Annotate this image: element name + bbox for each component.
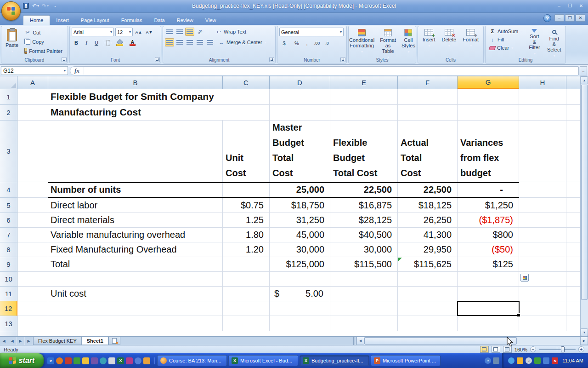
cell[interactable] xyxy=(330,287,398,301)
cell[interactable] xyxy=(566,198,580,213)
zoom-slider-thumb[interactable] xyxy=(561,346,565,352)
cell-E7[interactable]: $40,500 xyxy=(330,228,398,242)
tray-antivirus-icon[interactable]: N xyxy=(552,357,558,364)
cell-C5[interactable]: $0.75 xyxy=(223,198,270,213)
cell[interactable] xyxy=(223,272,270,287)
cell-D6[interactable]: 31,250 xyxy=(270,213,330,228)
find-select-button[interactable]: Find & Select▾ xyxy=(545,28,564,59)
col-header-E[interactable]: E xyxy=(330,76,398,89)
cell[interactable] xyxy=(519,121,566,182)
next-sheet-button[interactable]: ▶ xyxy=(17,337,25,345)
workbook-minimize-button[interactable]: – xyxy=(554,14,564,22)
cell-D8[interactable]: 30,000 xyxy=(270,242,330,257)
cell-D3[interactable]: Master Budget Total Cost xyxy=(270,121,330,182)
font-name-combo[interactable]: Arial▾ xyxy=(72,28,114,36)
cell-G6[interactable]: ($1,875) xyxy=(458,213,519,228)
cell[interactable] xyxy=(270,89,330,105)
cell-C7[interactable]: 1.80 xyxy=(223,228,270,242)
cell[interactable] xyxy=(519,105,566,121)
last-sheet-button[interactable]: ▶ xyxy=(25,337,33,345)
sheet-tab-sheet1[interactable]: Sheet1 xyxy=(82,337,108,345)
cell[interactable] xyxy=(566,287,580,301)
scroll-left-button[interactable]: ◀ xyxy=(356,337,364,345)
row-header-5[interactable]: 5 xyxy=(0,198,17,213)
underline-button[interactable]: U xyxy=(92,39,101,47)
col-header-F[interactable]: F xyxy=(398,76,458,89)
tray-shield-icon[interactable] xyxy=(517,357,523,364)
autosum-button[interactable]: ΣAutoSum▾ xyxy=(487,28,524,35)
col-header-C[interactable]: C xyxy=(223,76,270,89)
workbook-restore-button[interactable]: ❐ xyxy=(565,14,575,22)
col-header-A[interactable]: A xyxy=(17,76,48,89)
scroll-down-button[interactable]: ▼ xyxy=(581,328,588,336)
task-button-powerpoint[interactable]: PMicrosoft PowerPoint ... xyxy=(371,355,441,366)
taskbar-icon-1[interactable]: ? xyxy=(485,357,491,364)
cell[interactable] xyxy=(17,182,48,198)
fill-color-button[interactable]: ▾ xyxy=(115,39,127,47)
insert-worksheet-button[interactable] xyxy=(108,337,120,345)
cell[interactable] xyxy=(223,89,270,105)
vertical-scroll-thumb[interactable] xyxy=(581,85,588,300)
cell-styles-button[interactable]: Cell Styles▾ xyxy=(399,28,418,61)
sheet-tab-flex-budget-key[interactable]: Flex Budget KEY xyxy=(33,337,82,345)
cell[interactable] xyxy=(566,316,580,331)
cell[interactable] xyxy=(566,105,580,121)
col-header-G[interactable]: G xyxy=(458,76,519,89)
start-button[interactable]: start xyxy=(0,353,44,368)
row-header-3[interactable]: 3 xyxy=(0,121,17,182)
quick-launch-icon-2[interactable] xyxy=(56,357,63,364)
cell[interactable] xyxy=(519,182,566,198)
col-header-H[interactable]: H xyxy=(519,76,566,89)
align-center-button[interactable] xyxy=(175,38,184,46)
cell[interactable] xyxy=(566,121,580,182)
cell[interactable] xyxy=(270,316,330,331)
cell[interactable] xyxy=(48,301,223,316)
cell-F3[interactable]: Actual Total Cost xyxy=(398,121,458,182)
decrease-decimal-button[interactable]: .0 xyxy=(322,39,332,47)
cell[interactable] xyxy=(223,257,270,272)
quick-launch-icon-11[interactable] xyxy=(135,357,141,364)
cell[interactable] xyxy=(458,89,519,105)
quick-launch-icon-1[interactable]: e xyxy=(47,357,54,364)
number-format-combo[interactable]: General▾ xyxy=(279,28,344,36)
cut-button[interactable]: ✂Cut xyxy=(23,29,64,36)
bold-button[interactable]: B xyxy=(72,39,81,47)
increase-indent-button[interactable] xyxy=(205,38,215,46)
cell[interactable] xyxy=(330,105,398,121)
taskbar-icon-2[interactable] xyxy=(493,357,499,364)
cell[interactable] xyxy=(566,242,580,257)
cell[interactable] xyxy=(566,89,580,105)
cell[interactable] xyxy=(519,198,566,213)
tray-network-icon[interactable] xyxy=(508,357,514,364)
horizontal-scrollbar[interactable]: ◀ ▶ xyxy=(356,337,588,345)
zoom-level[interactable]: 160% xyxy=(514,347,527,352)
cell-B8[interactable]: Fixed Manufacturing Overhead xyxy=(48,242,223,257)
cell[interactable] xyxy=(566,257,580,272)
shrink-font-button[interactable]: A▼ xyxy=(145,28,154,36)
cell[interactable] xyxy=(270,272,330,287)
insert-cells-button[interactable]: +Insert▾ xyxy=(420,28,438,49)
clear-button[interactable]: Clear▾ xyxy=(487,44,524,52)
tab-page-layout[interactable]: Page Layout xyxy=(75,16,115,25)
cell[interactable] xyxy=(566,228,580,242)
close-button[interactable]: ✕ xyxy=(577,2,585,9)
tab-review[interactable]: Review xyxy=(171,16,199,25)
row-header-13[interactable]: 13 xyxy=(0,316,17,331)
cell[interactable] xyxy=(17,301,48,316)
cell[interactable] xyxy=(519,228,566,242)
cell-F9[interactable]: $115,625 xyxy=(398,257,458,272)
orientation-button[interactable]: ab▾ xyxy=(195,28,207,36)
cell[interactable] xyxy=(458,105,519,121)
horizontal-scroll-thumb[interactable] xyxy=(364,337,517,345)
cell-E8[interactable]: 30,000 xyxy=(330,242,398,257)
row-header-4[interactable]: 4 xyxy=(0,182,17,198)
cell[interactable] xyxy=(17,198,48,213)
row-header-8[interactable]: 8 xyxy=(0,242,17,257)
cell-G4[interactable]: - xyxy=(458,182,519,198)
cell[interactable] xyxy=(17,213,48,228)
tab-home[interactable]: Home xyxy=(23,15,50,25)
number-dialog-launcher[interactable] xyxy=(340,57,345,62)
cell-C6[interactable]: 1.25 xyxy=(223,213,270,228)
cell[interactable] xyxy=(17,272,48,287)
tray-clock[interactable]: 11:04 AM xyxy=(562,358,583,363)
